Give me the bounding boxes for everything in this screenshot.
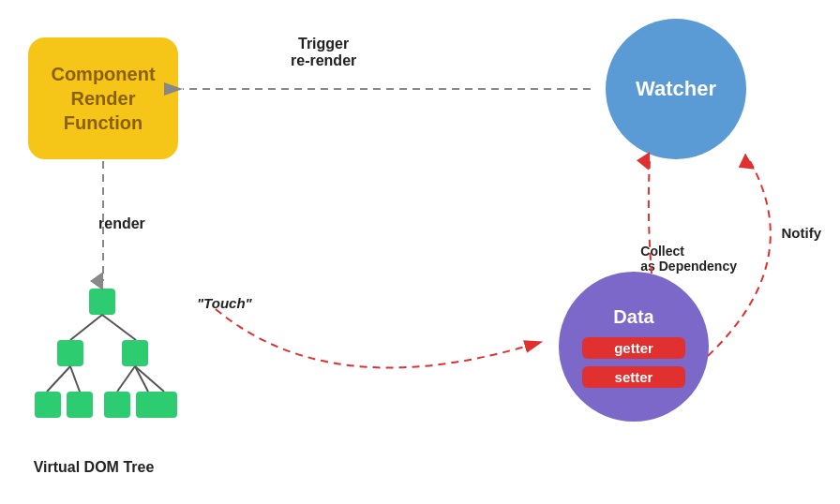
component-render-label: ComponentRenderFunction	[51, 62, 155, 135]
watcher-label: Watcher	[636, 77, 716, 101]
render-label: render	[98, 215, 145, 232]
vdom-label: Virtual DOM Tree	[19, 459, 169, 476]
svg-line-6	[70, 366, 80, 392]
svg-rect-12	[104, 392, 130, 418]
svg-rect-11	[67, 392, 93, 418]
svg-line-9	[135, 366, 164, 392]
svg-line-5	[47, 366, 70, 392]
diagram: ComponentRenderFunction Watcher Data get…	[0, 0, 840, 504]
svg-rect-14	[151, 392, 177, 418]
svg-line-2	[102, 315, 136, 340]
watcher-circle: Watcher	[606, 19, 746, 159]
svg-line-1	[70, 315, 102, 340]
collect-label: Collectas Dependency	[640, 244, 737, 274]
svg-rect-3	[57, 340, 83, 366]
getter-badge: getter	[582, 337, 685, 359]
svg-rect-0	[89, 289, 115, 315]
component-render-box: ComponentRenderFunction	[28, 37, 178, 159]
data-circle: Data getter setter	[559, 272, 709, 422]
trigger-label: Triggerre-render	[291, 36, 356, 69]
notify-label: Notify	[782, 225, 822, 241]
data-circle-title: Data	[613, 306, 653, 328]
touch-label: "Touch"	[197, 295, 252, 311]
tree-svg	[28, 284, 178, 443]
svg-line-7	[117, 366, 135, 392]
svg-line-8	[135, 366, 148, 392]
svg-rect-4	[122, 340, 148, 366]
svg-rect-10	[35, 392, 61, 418]
virtual-dom-tree	[28, 284, 178, 443]
setter-badge: setter	[582, 366, 685, 388]
